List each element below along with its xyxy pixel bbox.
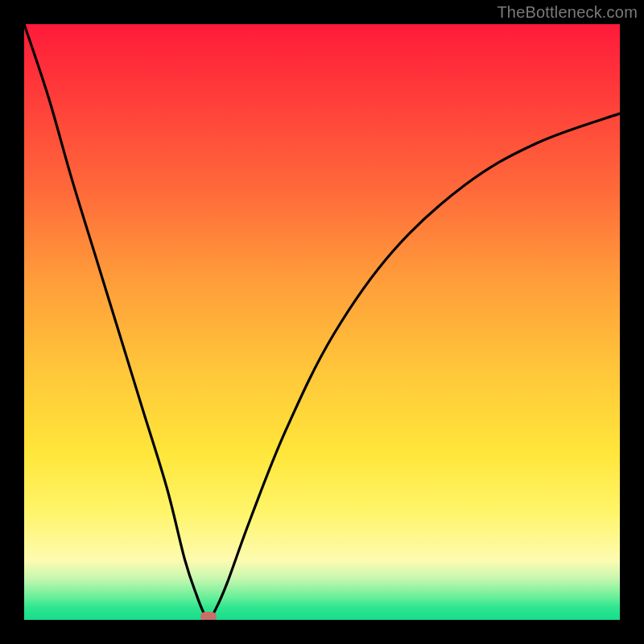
- bottleneck-curve-path: [24, 24, 620, 620]
- optimal-point-marker: [200, 612, 217, 620]
- bottleneck-curve: [24, 24, 620, 620]
- chart-frame: TheBottleneck.com: [0, 0, 644, 644]
- plot-area: [24, 24, 620, 620]
- watermark-text: TheBottleneck.com: [497, 3, 638, 22]
